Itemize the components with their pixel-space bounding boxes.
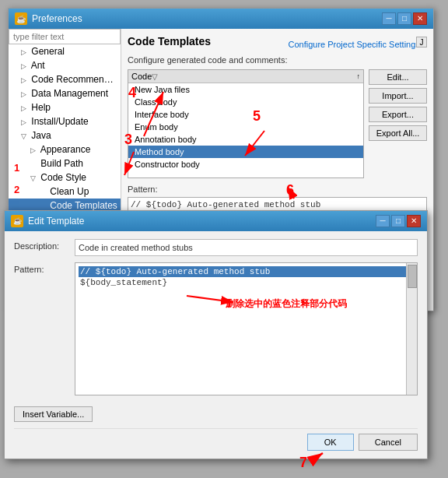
sidebar-item-label: Appearance <box>40 144 91 155</box>
pattern-scrollbar[interactable] <box>406 263 417 395</box>
expand-arrow: ▽ <box>30 174 38 182</box>
code-table-area: Code ▽ ↑ New Java files Class body Inter… <box>128 69 427 178</box>
sidebar-item-label: Install/Update <box>31 116 88 127</box>
title-bar-controls: ─ □ ✕ <box>382 12 427 25</box>
sidebar-item-data-management[interactable]: ▷ Data Management <box>9 86 121 100</box>
list-item-interface-body[interactable]: Interface body <box>128 108 363 121</box>
scroll-indicator: ↑ <box>357 72 361 80</box>
scroll-thumb[interactable] <box>408 265 417 288</box>
java-icon: J <box>416 37 427 47</box>
expand-arrow: ▷ <box>30 146 38 154</box>
pattern-editor-inner: // ${todo} Auto-generated method stub ${… <box>75 263 417 395</box>
sidebar-item-label: Help <box>31 102 51 113</box>
list-item-annotation-body[interactable]: Annotation body <box>128 133 363 146</box>
config-label: Configure generated code and comments: <box>128 55 427 65</box>
pattern-selected-line: // ${todo} Auto-generated method stub <box>79 266 414 277</box>
list-item-constructor-body[interactable]: Constructor body <box>128 158 363 170</box>
panel-header: Code Templates J Configure Project Speci… <box>128 35 427 52</box>
ok-button[interactable]: OK <box>307 434 354 451</box>
pattern-label-dialog: Pattern: <box>14 262 68 395</box>
sidebar-item-label: Clean Up <box>50 186 89 197</box>
description-value: Code in created method stubs <box>75 239 418 256</box>
sidebar-item-install-update[interactable]: ▷ Install/Update <box>9 114 121 128</box>
sidebar-item-general[interactable]: ▷ General <box>9 44 121 58</box>
sidebar-item-label: Code Recommenders <box>31 74 121 85</box>
dialog-controls: ─ □ ✕ <box>376 215 421 227</box>
edit-button[interactable]: Edit... <box>369 69 427 85</box>
export-button[interactable]: Export... <box>369 107 427 122</box>
sidebar-item-clean-up[interactable]: Clean Up <box>9 185 121 199</box>
dialog-maximize-button[interactable]: □ <box>391 215 405 227</box>
description-row: Description: Code in created method stub… <box>14 239 418 256</box>
collapse-arrow: ▽ <box>152 72 158 81</box>
sidebar-item-label: Java <box>31 130 51 141</box>
pattern-row: Pattern: // ${todo} Auto-generated metho… <box>14 262 418 395</box>
configure-link[interactable]: Configure Project Specific Settings... <box>288 40 427 49</box>
code-list-header-label: Code <box>131 72 152 81</box>
pattern-editor[interactable]: // ${todo} Auto-generated method stub ${… <box>75 262 418 395</box>
dialog-minimize-button[interactable]: ─ <box>376 215 390 227</box>
list-item-new-java[interactable]: New Java files <box>128 83 363 96</box>
insert-var-row: Insert Variable... <box>14 406 418 422</box>
dialog-close-button[interactable]: ✕ <box>407 215 421 227</box>
description-label: Description: <box>14 239 68 251</box>
dialog-app-icon: ☕ <box>11 215 23 227</box>
sidebar-item-label: Code Style <box>40 172 86 183</box>
maximize-button[interactable]: □ <box>397 12 411 25</box>
expand-arrow: ▷ <box>21 76 29 84</box>
dialog-content: Description: Code in created method stub… <box>5 231 427 459</box>
expand-arrow: ▷ <box>21 118 29 126</box>
sidebar-item-label: Ant <box>31 60 45 71</box>
app-icon: ☕ <box>15 12 27 25</box>
edit-template-dialog: ☕ Edit Template ─ □ ✕ Description: Code … <box>4 210 428 459</box>
panel-title: Code Templates <box>128 35 211 47</box>
title-bar-left: ☕ Preferences <box>15 12 82 25</box>
dialog-buttons: OK Cancel <box>14 428 418 451</box>
sidebar-item-label: Data Management <box>31 88 108 99</box>
close-button[interactable]: ✕ <box>413 12 427 25</box>
code-list-header[interactable]: Code ▽ ↑ <box>128 70 363 83</box>
sidebar-item-appearance[interactable]: ▷ Appearance <box>9 142 121 156</box>
dialog-title: Edit Template <box>28 216 85 227</box>
import-button[interactable]: Import... <box>369 88 427 104</box>
list-item-method-body[interactable]: Method body <box>128 146 363 158</box>
pattern-normal-line: ${body_statement} <box>79 277 414 288</box>
window-title: Preferences <box>32 13 82 24</box>
side-buttons: Edit... Import... Export... Export All..… <box>369 69 427 178</box>
sidebar-item-build-path[interactable]: Build Path <box>9 156 121 170</box>
insert-variable-button[interactable]: Insert Variable... <box>14 406 93 422</box>
list-item-class-body[interactable]: Class body <box>128 96 363 108</box>
expand-arrow: ▷ <box>21 62 29 70</box>
expand-arrow: ▷ <box>21 104 29 112</box>
sidebar-item-label: Build Path <box>40 158 83 169</box>
minimize-button[interactable]: ─ <box>382 12 396 25</box>
sidebar-item-label: General <box>31 46 65 57</box>
pattern-label: Pattern: <box>128 185 427 194</box>
cancel-button[interactable]: Cancel <box>359 434 418 451</box>
sidebar-item-ant[interactable]: ▷ Ant <box>9 58 121 72</box>
dialog-title-bar: ☕ Edit Template ─ □ ✕ <box>5 211 427 231</box>
code-list[interactable]: Code ▽ ↑ New Java files Class body Inter… <box>128 69 364 178</box>
export-all-button[interactable]: Export All... <box>369 125 427 141</box>
sidebar-item-code-style[interactable]: ▽ Code Style <box>9 170 121 185</box>
filter-input[interactable] <box>9 29 121 44</box>
dialog-title-left: ☕ Edit Template <box>11 215 85 227</box>
expand-arrow: ▽ <box>21 132 29 140</box>
sidebar-item-code-recommenders[interactable]: ▷ Code Recommenders <box>9 72 121 86</box>
sidebar-item-label: Code Templates <box>50 200 117 211</box>
list-item-enum-body[interactable]: Enum body <box>128 121 363 133</box>
sidebar-item-java[interactable]: ▽ Java <box>9 128 121 142</box>
preferences-title-bar: ☕ Preferences ─ □ ✕ <box>9 9 433 29</box>
expand-arrow: ▷ <box>21 48 29 56</box>
sidebar-item-help[interactable]: ▷ Help <box>9 100 121 114</box>
expand-arrow: ▷ <box>21 90 29 98</box>
